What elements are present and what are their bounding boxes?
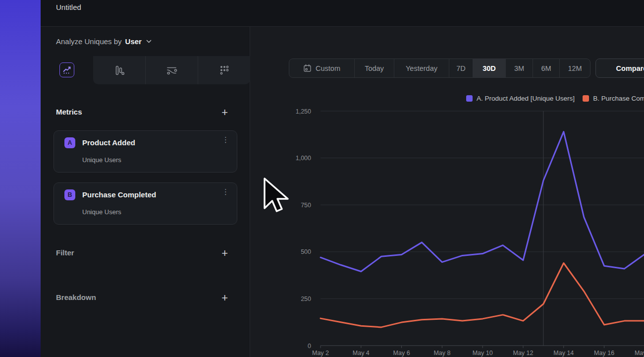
date-range-segmented-control: Custom Today Yesterday 7D 30D 3M 6M 12M <box>289 59 590 78</box>
analyze-label: Analyze Uniques by <box>56 37 122 46</box>
breakdown-header: Breakdown <box>56 293 96 301</box>
range-custom[interactable]: Custom <box>289 59 354 77</box>
compare-button[interactable]: Compare <box>595 59 644 78</box>
tab-funnel-dots[interactable] <box>198 56 250 84</box>
chart-type-tabs <box>41 56 250 84</box>
app-window: Untitled Analyze Uniques by User <box>41 0 644 357</box>
range-12m[interactable]: 12M <box>559 59 590 77</box>
legend-label: A. Product Added [Unique Users] <box>477 95 575 102</box>
legend-item-b[interactable]: B. Purchase Completed [Unique Users] <box>583 95 644 102</box>
range-label: 6M <box>541 64 551 72</box>
range-30d[interactable]: 30D <box>473 59 505 77</box>
range-label: 3M <box>514 64 524 72</box>
metric-badge-b: B <box>64 189 75 200</box>
range-today[interactable]: Today <box>354 59 394 77</box>
add-filter-button[interactable]: + <box>221 248 228 258</box>
range-label: 30D <box>483 64 496 72</box>
line-chart-icon <box>62 65 72 75</box>
calendar-icon <box>303 64 312 72</box>
legend-swatch-b <box>583 95 589 102</box>
metric-badge-a: A <box>64 137 75 148</box>
tab-bar-chart[interactable] <box>93 56 145 84</box>
legend-swatch-a <box>466 95 473 102</box>
chevron-down-icon[interactable] <box>146 40 152 43</box>
tab-flow[interactable] <box>145 56 198 84</box>
chart-type-tab-group <box>93 56 250 84</box>
sidebar: Analyze Uniques by User <box>41 27 250 357</box>
add-breakdown-button[interactable]: + <box>221 293 228 303</box>
range-label: 7D <box>456 64 466 72</box>
metric-name: Purchase Completed <box>82 190 156 199</box>
report-title[interactable]: Untitled <box>56 3 81 11</box>
metrics-header: Metrics <box>56 108 82 116</box>
range-6m[interactable]: 6M <box>533 59 559 77</box>
tab-line-chart[interactable] <box>59 62 74 77</box>
range-label: Today <box>365 64 384 72</box>
bar-chart-icon <box>113 64 125 76</box>
range-label: 12M <box>568 64 582 72</box>
metric-measurement[interactable]: Unique Users <box>82 156 121 164</box>
legend-item-a[interactable]: A. Product Added [Unique Users] <box>466 95 575 102</box>
metric-options-kebab-icon[interactable]: ⋮ <box>222 138 229 141</box>
range-3m[interactable]: 3M <box>505 59 533 77</box>
metric-card-product-added[interactable]: A Product Added Unique Users ⋮ <box>54 130 237 173</box>
analyze-row: Analyze Uniques by User <box>41 27 250 56</box>
analyze-entity-dropdown[interactable]: User <box>125 37 142 46</box>
metric-measurement[interactable]: Unique Users <box>82 208 121 216</box>
chart-legend: A. Product Added [Unique Users] B. Purch… <box>466 95 644 102</box>
flow-icon <box>165 64 178 76</box>
metric-options-kebab-icon[interactable]: ⋮ <box>222 190 229 193</box>
background-gradient-strip <box>0 0 41 357</box>
range-yesterday[interactable]: Yesterday <box>394 59 449 77</box>
metric-name: Product Added <box>82 138 135 147</box>
range-label: Yesterday <box>406 64 437 72</box>
filter-header: Filter <box>56 248 74 257</box>
top-bar: Untitled <box>41 0 644 27</box>
legend-label: B. Purchase Completed [Unique Users] <box>593 95 644 102</box>
metric-card-purchase-completed[interactable]: B Purchase Completed Unique Users ⋮ <box>54 182 237 225</box>
range-label: Custom <box>316 64 340 72</box>
range-7d[interactable]: 7D <box>449 59 473 77</box>
add-metric-button[interactable]: + <box>221 108 228 118</box>
funnel-dots-icon <box>218 64 230 76</box>
